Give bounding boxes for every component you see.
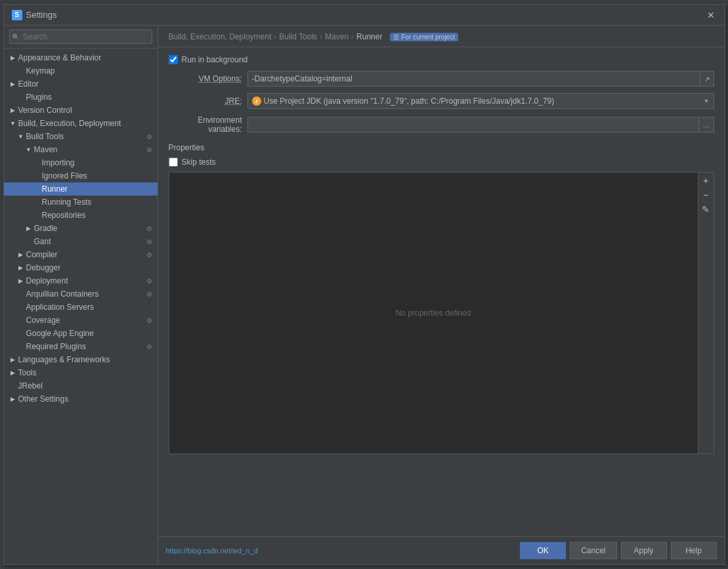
properties-list: No properties defined [169, 172, 698, 454]
gear-icon-gant: ⚙ [146, 238, 152, 245]
sidebar-item-debugger[interactable]: ▶ Debugger [4, 261, 158, 274]
expand-arrow-maven: ▼ [25, 146, 33, 154]
sidebar-item-label: Arquillian Containers [26, 289, 99, 299]
project-badge: ☰ For current project [390, 33, 458, 41]
breadcrumb-sep-2: › [320, 32, 322, 41]
expand-arrow-languages: ▶ [9, 356, 17, 364]
sidebar-item-other-settings[interactable]: ▶ Other Settings [4, 392, 158, 406]
close-button[interactable]: ✕ [705, 9, 717, 21]
expand-arrow-tools: ▶ [9, 369, 17, 377]
sidebar-item-coverage[interactable]: Coverage ⚙ [4, 314, 158, 327]
gear-icon-required-plugins: ⚙ [146, 343, 152, 350]
sidebar-item-compiler[interactable]: ▶ Compiler ⚙ [4, 248, 158, 261]
sidebar-item-appearance[interactable]: ▶ Appearance & Behavior [4, 51, 158, 64]
sidebar-item-deployment[interactable]: ▶ Deployment ⚙ [4, 274, 158, 287]
sidebar-item-gradle[interactable]: ▶ Gradle ⚙ [4, 222, 158, 235]
cancel-button[interactable]: Cancel [570, 542, 616, 559]
expand-arrow-build: ▼ [9, 119, 17, 127]
run-in-background-label: Run in background [182, 55, 248, 64]
expand-arrow-running-tests [33, 198, 41, 206]
expand-arrow-google-app [17, 329, 25, 337]
title-bar-left: S Settings [12, 10, 57, 20]
sidebar-item-label: Plugins [26, 93, 52, 102]
expand-arrow-other: ▶ [9, 395, 17, 403]
expand-arrow-keymap [17, 67, 25, 75]
sidebar-item-google-app[interactable]: Google App Engine [4, 327, 158, 340]
jre-select-text: J Use Project JDK (java version "1.7.0_7… [252, 96, 555, 106]
breadcrumb-part-2: Build Tools [279, 32, 317, 41]
skip-tests-checkbox[interactable] [169, 158, 178, 167]
sidebar-item-label: Languages & Frameworks [18, 355, 110, 364]
jre-icon: J [252, 96, 261, 106]
expand-arrow-appearance: ▶ [9, 54, 17, 62]
expand-arrow-editor: ▶ [9, 80, 17, 88]
breadcrumb-current: Runner [356, 32, 382, 41]
jre-select[interactable]: J Use Project JDK (java version "1.7.0_7… [247, 93, 714, 109]
sidebar-item-editor[interactable]: ▶ Editor [4, 77, 158, 91]
sidebar-item-label: Tools [18, 368, 37, 377]
sidebar-item-label: Required Plugins [26, 342, 86, 351]
run-in-background-checkbox[interactable] [169, 55, 178, 64]
help-button[interactable]: Help [671, 542, 717, 559]
expand-arrow-compiler: ▶ [17, 251, 25, 259]
properties-toolbar: + − ✎ [698, 172, 714, 454]
vm-options-input-group: ↗ [247, 71, 714, 87]
sidebar-item-label: Version Control [18, 106, 72, 115]
expand-arrow-jrebel [9, 382, 17, 390]
properties-area: No properties defined + − ✎ [169, 172, 714, 454]
sidebar-item-keymap[interactable]: Keymap [4, 64, 158, 77]
edit-property-button[interactable]: ✎ [699, 203, 712, 216]
expand-arrow-importing [33, 159, 41, 167]
sidebar-item-app-servers[interactable]: Application Servers [4, 301, 158, 314]
bottom-bar: https://blog.csdn.net/wd_n_d OK Cancel A… [158, 536, 725, 564]
status-url: https://blog.csdn.net/wd_n_d [166, 547, 517, 555]
sidebar-item-build-tools[interactable]: ▼ Build Tools ⚙ [4, 130, 158, 143]
sidebar-item-build-execution[interactable]: ▼ Build, Execution, Deployment [4, 117, 158, 130]
apply-button[interactable]: Apply [621, 542, 667, 559]
sidebar-item-version-control[interactable]: ▶ Version Control [4, 104, 158, 117]
gear-icon-compiler: ⚙ [146, 251, 152, 259]
sidebar-item-label: Keymap [26, 66, 55, 75]
env-side-button[interactable]: … [699, 117, 714, 133]
sidebar-item-plugins[interactable]: Plugins [4, 91, 158, 104]
sidebar-item-tools[interactable]: ▶ Tools [4, 366, 158, 379]
sidebar-item-required-plugins[interactable]: Required Plugins ⚙ [4, 340, 158, 353]
jre-label-text: JRE: [225, 96, 242, 106]
sidebar: ▶ Appearance & Behavior Keymap ▶ Editor … [4, 26, 158, 564]
sidebar-item-runner[interactable]: Runner [4, 182, 158, 196]
sidebar-item-arquillian[interactable]: Arquillian Containers ⚙ [4, 287, 158, 301]
vm-options-input[interactable] [247, 71, 700, 87]
expand-arrow-plugins [17, 93, 25, 101]
sidebar-item-repositories[interactable]: Repositories [4, 209, 158, 222]
gear-icon-build-tools: ⚙ [146, 133, 152, 140]
sidebar-item-languages[interactable]: ▶ Languages & Frameworks [4, 353, 158, 366]
vm-options-expand-button[interactable]: ↗ [700, 71, 714, 87]
ok-button[interactable]: OK [520, 542, 566, 559]
vm-options-label: VM Options: [169, 74, 247, 83]
env-input[interactable] [247, 117, 699, 133]
sidebar-item-jrebel[interactable]: JRebel [4, 379, 158, 392]
expand-arrow-deployment: ▶ [17, 277, 25, 285]
sidebar-item-label: Application Servers [26, 303, 94, 312]
sidebar-item-label: Debugger [26, 263, 61, 272]
add-property-button[interactable]: + [699, 174, 712, 187]
breadcrumb-sep-1: › [274, 32, 276, 41]
settings-content: Run in background VM Options: ↗ JRE: [158, 47, 725, 536]
gear-icon-maven: ⚙ [146, 146, 152, 154]
sidebar-item-importing[interactable]: Importing [4, 156, 158, 169]
sidebar-item-maven[interactable]: ▼ Maven ⚙ [4, 143, 158, 156]
vm-options-label-text: VM Options: [198, 74, 242, 83]
breadcrumb-part-1: Build, Execution, Deployment [169, 32, 272, 41]
search-input[interactable] [9, 30, 152, 44]
sidebar-item-label: Deployment [26, 276, 68, 285]
sidebar-item-label: Build, Execution, Deployment [18, 119, 121, 128]
jre-dropdown-arrow: ▼ [704, 98, 710, 104]
sidebar-item-gant[interactable]: Gant ⚙ [4, 235, 158, 248]
sidebar-item-ignored-files[interactable]: Ignored Files [4, 169, 158, 182]
expand-arrow-vc: ▶ [9, 106, 17, 114]
expand-arrow-arquillian [17, 290, 25, 298]
sidebar-item-label: Build Tools [26, 132, 64, 141]
sidebar-item-label: Gant [34, 237, 51, 246]
sidebar-item-running-tests[interactable]: Running Tests [4, 196, 158, 209]
remove-property-button[interactable]: − [699, 188, 712, 201]
